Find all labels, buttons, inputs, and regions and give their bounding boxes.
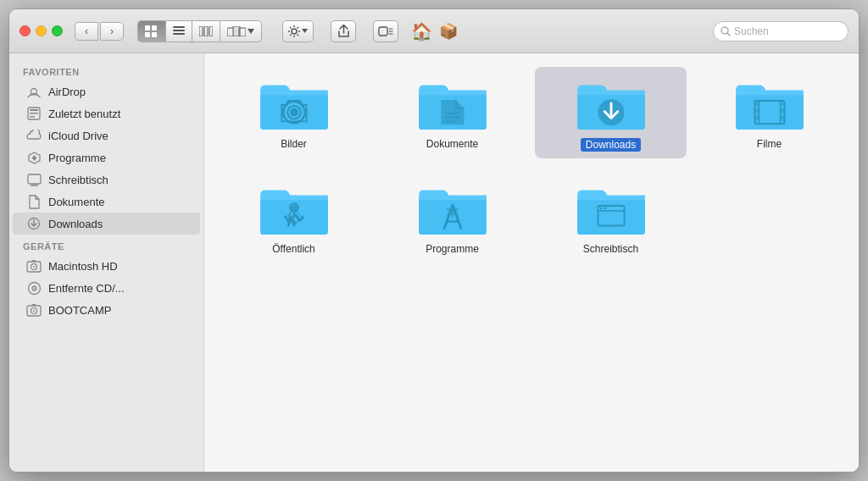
oeffentlich-label: Öffentlich: [272, 243, 314, 255]
svg-marker-15: [302, 29, 308, 33]
view-group: [137, 20, 262, 42]
svg-point-38: [33, 310, 35, 312]
sidebar-item-label: BOOTCAMP: [48, 304, 111, 317]
svg-rect-21: [30, 109, 38, 111]
svg-rect-55: [780, 116, 784, 121]
folder-filme[interactable]: Filme: [693, 67, 845, 158]
sidebar-item-label: Downloads: [48, 218, 103, 230]
coverflow-view-button[interactable]: [220, 20, 262, 42]
search-box[interactable]: Suchen: [713, 21, 849, 41]
filme-folder-icon: [732, 74, 808, 133]
svg-marker-13: [248, 29, 254, 34]
svg-rect-3: [152, 32, 157, 37]
schreibtisch-folder-icon: [573, 179, 649, 238]
sidebar: Favoriten AirDrop: [9, 53, 204, 472]
oeffentlich-folder-icon: [256, 179, 332, 238]
sidebar-item-desktop[interactable]: Schreibtisch: [13, 169, 200, 191]
svg-rect-6: [173, 33, 185, 35]
desktop-icon: [26, 172, 42, 187]
search-icon: [721, 26, 731, 36]
svg-point-35: [33, 287, 35, 289]
svg-point-14: [292, 29, 297, 34]
tag-button[interactable]: [373, 20, 398, 42]
svg-rect-1: [152, 25, 157, 30]
finder-window: ‹ ›: [8, 8, 860, 473]
svg-rect-24: [28, 174, 41, 184]
svg-rect-39: [32, 304, 36, 306]
sidebar-item-programmes[interactable]: Programme: [13, 147, 200, 169]
share-button[interactable]: [331, 20, 356, 42]
downloads-label: Downloads: [581, 138, 641, 152]
folder-dokumente[interactable]: Dokumente: [376, 67, 528, 158]
svg-point-64: [599, 207, 602, 210]
sidebar-item-label: iCloud Drive: [48, 130, 108, 142]
close-button[interactable]: [19, 25, 31, 36]
folder-oeffentlich[interactable]: Öffentlich: [218, 172, 370, 262]
downloads-folder-icon: [573, 74, 649, 133]
programmes-icon: [26, 150, 42, 165]
folder-downloads[interactable]: Downloads: [535, 67, 687, 158]
icon-view-button[interactable]: [137, 20, 165, 42]
recent-icon: [26, 106, 42, 121]
svg-rect-50: [754, 101, 759, 106]
sidebar-item-recent[interactable]: Zuletzt benutzt: [13, 102, 200, 124]
sidebar-item-label: Programme: [48, 152, 106, 164]
sidebar-item-icloud[interactable]: iCloud Drive: [13, 124, 200, 147]
sidebar-item-label: Schreibtisch: [48, 174, 108, 186]
svg-rect-4: [173, 26, 185, 28]
macintosh-icon: [26, 258, 42, 274]
folder-bilder[interactable]: Bilder: [218, 67, 370, 158]
sidebar-item-airdrop[interactable]: AirDrop: [13, 80, 200, 102]
svg-rect-9: [209, 26, 213, 36]
traffic-lights: [19, 25, 63, 36]
sidebar-item-label: Zuletzt benutzt: [48, 108, 120, 120]
forward-button[interactable]: ›: [100, 22, 124, 41]
gear-action-button[interactable]: [282, 20, 314, 42]
sidebar-item-cd[interactable]: Entfernte CD/...: [13, 277, 200, 299]
search-placeholder: Suchen: [734, 25, 769, 37]
sidebar-item-downloads[interactable]: Downloads: [13, 213, 200, 235]
bilder-folder-icon: [256, 74, 332, 133]
svg-rect-16: [379, 27, 387, 36]
column-view-button[interactable]: [192, 20, 220, 42]
sidebar-item-label: Macintosh HD: [48, 260, 118, 273]
titlebar: ‹ ›: [9, 9, 859, 53]
icloud-icon: [26, 128, 42, 143]
svg-rect-54: [780, 108, 784, 113]
cd-icon: [26, 280, 42, 296]
svg-rect-22: [30, 113, 38, 114]
maximize-button[interactable]: [52, 25, 63, 36]
dokumente-folder-icon: [415, 74, 491, 133]
airdrop-icon: [26, 84, 42, 99]
programme-folder-icon: [415, 179, 491, 238]
main-content: Favoriten AirDrop: [9, 53, 859, 472]
file-browser: Bilder Dokumente: [204, 53, 859, 472]
favorites-label: Favoriten: [9, 60, 203, 80]
svg-rect-2: [145, 32, 150, 37]
home-icon: 🏠: [411, 21, 432, 41]
minimize-button[interactable]: [36, 25, 47, 36]
svg-rect-23: [30, 116, 35, 118]
navigation-buttons: ‹ ›: [75, 22, 124, 41]
list-view-button[interactable]: [165, 20, 192, 42]
sidebar-item-documents[interactable]: Dokumente: [13, 191, 200, 213]
svg-rect-8: [204, 26, 208, 36]
sidebar-item-label: Entfernte CD/...: [48, 282, 125, 295]
dokumente-label: Dokumente: [426, 138, 478, 150]
documents-icon: [26, 194, 42, 209]
schreibtisch-label: Schreibtisch: [583, 243, 638, 255]
folder-programme[interactable]: Programme: [376, 172, 528, 262]
svg-rect-7: [199, 26, 203, 36]
sidebar-item-label: AirDrop: [48, 86, 86, 98]
sidebar-item-macintosh[interactable]: Macintosh HD: [13, 255, 200, 277]
svg-point-65: [604, 207, 606, 210]
folder-badge-icon: 📦: [439, 22, 458, 41]
sidebar-item-bootcamp[interactable]: BOOTCAMP: [13, 299, 200, 321]
programme-label: Programme: [426, 243, 479, 255]
svg-point-43: [292, 110, 297, 115]
svg-rect-0: [145, 25, 150, 30]
svg-line-18: [727, 33, 730, 36]
folder-schreibtisch[interactable]: Schreibtisch: [535, 172, 687, 262]
back-button[interactable]: ‹: [75, 22, 98, 41]
downloads-sidebar-icon: [26, 216, 42, 231]
